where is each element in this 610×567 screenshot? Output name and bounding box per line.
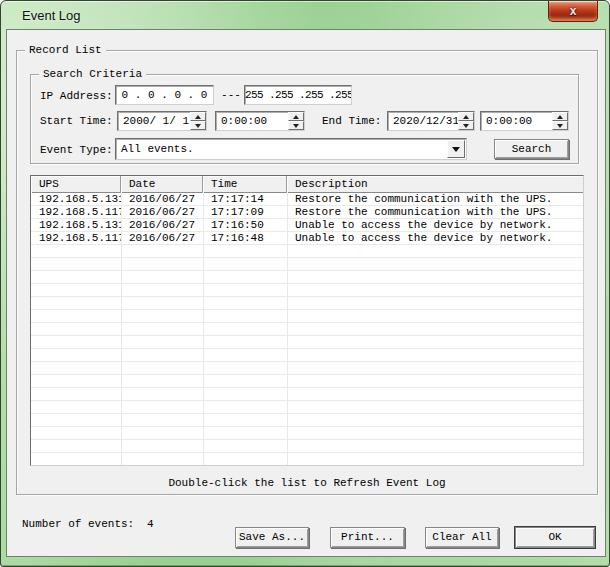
spin-down-icon[interactable] [458,121,474,130]
spin-up-icon[interactable] [190,112,206,121]
spin-up-icon[interactable] [458,112,474,121]
end-date-field[interactable]: 2020/12/31 [387,111,475,131]
clear-all-button[interactable]: Clear All [425,527,499,548]
ip-from-field[interactable]: 0 . 0 . 0 . 0 [115,85,214,105]
column-header-ups[interactable]: UPS [31,176,121,193]
table-body[interactable]: 192.168.5.1312016/06/2717:17:14Restore t… [31,193,583,465]
search-button[interactable]: Search [494,139,569,159]
table-cell: Unable to access the device by network. [287,232,583,245]
save-as-button[interactable]: Save As... [235,527,309,548]
ip-range-separator: --- [218,85,244,105]
end-date-value: 2020/12/31 [388,112,458,130]
event-log-window: Event Log x Record List Search Criteria … [0,0,610,567]
table-cell: 2016/06/27 [121,206,203,219]
spin-down-icon[interactable] [190,121,206,130]
table-row[interactable]: 192.168.5.1312016/06/2717:17:14Restore t… [31,193,583,206]
start-clock-field[interactable]: 0:00:00 [215,111,305,131]
table-cell: 2016/06/27 [121,232,203,245]
table-row[interactable]: 192.168.5.1172016/06/2717:16:48Unable to… [31,232,583,245]
event-type-value: All events. [121,140,194,159]
dropdown-arrow-icon [452,147,460,152]
refresh-hint-text: Double-click the list to Refresh Event L… [16,477,598,489]
column-header-date[interactable]: Date [121,176,203,193]
table-row[interactable]: 192.168.5.1312016/06/2717:16:50Unable to… [31,219,583,232]
column-gridline [121,193,122,465]
table-cell: 192.168.5.131 [31,193,121,206]
ip-from-value: 0 . 0 . 0 . 0 [116,86,213,104]
table-header[interactable]: UPS Date Time Description [31,176,583,193]
close-icon: x [570,4,577,18]
close-button[interactable]: x [548,1,598,22]
end-clock-spinner[interactable] [552,112,568,130]
event-count-value: 4 [147,518,154,530]
table-cell: Restore the communication with the UPS. [287,193,583,206]
table-cell: Restore the communication with the UPS. [287,206,583,219]
dialog-client-area: Record List Search Criteria IP Address: … [6,29,606,557]
table-cell: 192.168.5.117 [31,206,121,219]
event-type-label: Event Type: [40,140,113,160]
spin-up-icon[interactable] [288,112,304,121]
table-cell: 2016/06/27 [121,219,203,232]
table-cell: 192.168.5.131 [31,219,121,232]
event-table: UPS Date Time Description 192.168.5.1312… [30,175,584,466]
table-cell: 2016/06/27 [121,193,203,206]
spin-down-icon[interactable] [288,121,304,130]
column-gridline [203,193,204,465]
ip-address-label: IP Address: [40,86,113,106]
ip-to-field[interactable]: 255 .255 .255 .255 [244,85,352,105]
table-cell: 17:17:14 [203,193,287,206]
window-title: Event Log [22,8,81,23]
table-cell: 192.168.5.117 [31,232,121,245]
start-clock-spinner[interactable] [288,112,304,130]
end-clock-field[interactable]: 0:00:00 [480,111,569,131]
start-date-field[interactable]: 2000/ 1/ 1 [117,111,207,131]
titlebar[interactable]: Event Log x [1,1,609,29]
search-criteria-label: Search Criteria [39,68,146,81]
end-date-spinner[interactable] [458,112,474,130]
end-time-label: End Time: [322,111,381,131]
column-header-time[interactable]: Time [203,176,287,193]
spin-down-icon[interactable] [552,121,568,130]
column-gridline [287,193,288,465]
event-count-label: Number of events: [22,518,134,530]
dropdown-button[interactable] [447,140,465,158]
print-button[interactable]: Print... [330,527,405,548]
end-clock-value: 0:00:00 [481,112,552,130]
table-row[interactable]: 192.168.5.1172016/06/2717:17:09Restore t… [31,206,583,219]
start-clock-value: 0:00:00 [216,112,288,130]
event-type-dropdown[interactable]: All events. [115,138,467,160]
start-date-spinner[interactable] [190,112,206,130]
record-list-label: Record List [25,44,106,57]
table-cell: 17:16:50 [203,219,287,232]
column-header-description[interactable]: Description [287,176,583,193]
table-cell: 17:16:48 [203,232,287,245]
ok-button[interactable]: OK [515,527,595,548]
table-cell: 17:17:09 [203,206,287,219]
table-cell: Unable to access the device by network. [287,219,583,232]
start-date-value: 2000/ 1/ 1 [118,112,190,130]
spin-up-icon[interactable] [552,112,568,121]
ip-to-value: 255 .255 .255 .255 [245,86,351,104]
start-time-label: Start Time: [40,111,113,131]
